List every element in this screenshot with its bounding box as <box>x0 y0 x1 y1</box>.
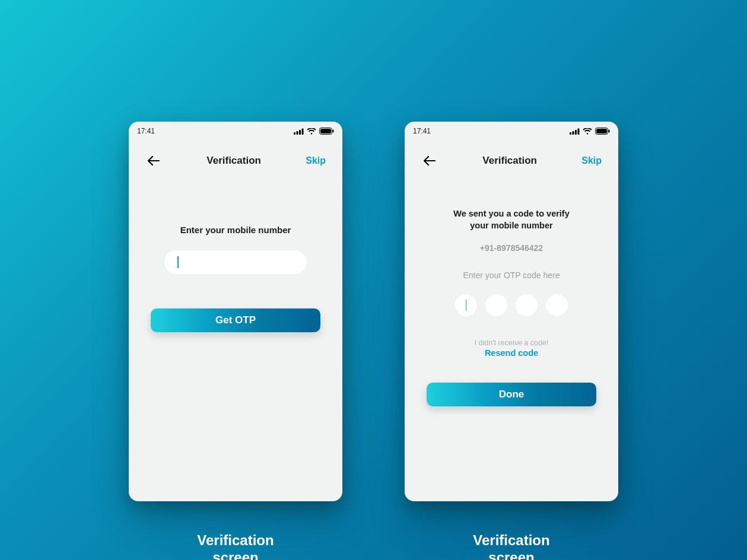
svg-rect-6 <box>333 130 334 133</box>
svg-rect-12 <box>596 129 607 133</box>
app-bar: Verification Skip <box>129 138 342 175</box>
svg-rect-2 <box>299 130 301 135</box>
status-icons <box>294 128 334 135</box>
arrow-left-icon <box>147 156 160 166</box>
otp-prompt: Enter your OTP code here <box>463 271 560 280</box>
page-title: Verification <box>206 155 261 167</box>
otp-digit-4[interactable] <box>546 294 568 316</box>
otp-digit-1[interactable] <box>455 294 477 316</box>
caption-line: Verification <box>473 532 549 549</box>
mobile-number-input[interactable] <box>164 250 307 274</box>
svg-rect-1 <box>297 131 298 135</box>
verification-screen-enter-otp: 17:41 Verification Skip We sent you a co… <box>405 122 618 501</box>
caption-line: Verification <box>197 532 274 549</box>
input-caret <box>177 256 179 268</box>
status-bar: 17:41 <box>129 122 342 138</box>
no-code-text: I didn't receive a code! <box>475 339 549 347</box>
cellular-signal-icon <box>570 128 580 135</box>
svg-rect-9 <box>575 130 577 135</box>
wifi-icon <box>307 128 316 135</box>
back-button[interactable] <box>145 152 162 169</box>
otp-digit-3[interactable] <box>516 294 538 316</box>
svg-rect-7 <box>570 132 571 135</box>
battery-icon <box>319 128 334 135</box>
page-title: Verification <box>482 155 537 167</box>
status-time: 17:41 <box>137 127 155 135</box>
phone-number-display: +91-8978546422 <box>480 243 543 253</box>
svg-rect-8 <box>573 131 574 135</box>
screen-caption: Verification screen <box>197 532 274 560</box>
skip-link[interactable]: Skip <box>581 155 602 166</box>
svg-rect-13 <box>609 130 610 133</box>
screen-caption: Verification screen <box>473 532 549 560</box>
enter-number-prompt: Enter your mobile number <box>180 225 291 235</box>
resend-code-link[interactable]: Resend code <box>485 348 538 358</box>
back-button[interactable] <box>421 152 438 169</box>
done-button[interactable]: Done <box>427 383 596 406</box>
message-line: We sent you a code to verify <box>453 208 570 220</box>
caption-line: screen <box>197 549 274 560</box>
wifi-icon <box>583 128 592 135</box>
mobile-number-input-wrap <box>164 250 307 274</box>
svg-rect-0 <box>294 132 295 135</box>
status-icons <box>570 128 610 135</box>
caption-line: screen <box>473 549 549 560</box>
sent-code-message: We sent you a code to verify your mobile… <box>453 208 570 231</box>
message-line: your mobile number <box>453 220 570 232</box>
cellular-signal-icon <box>294 128 304 135</box>
skip-link[interactable]: Skip <box>306 155 326 166</box>
status-bar: 17:41 <box>405 122 618 138</box>
battery-icon <box>595 128 610 135</box>
verification-screen-enter-number: 17:41 Verification Skip Enter your mobil… <box>129 122 342 501</box>
get-otp-button[interactable]: Get OTP <box>151 308 320 332</box>
app-bar: Verification Skip <box>405 138 618 175</box>
svg-rect-10 <box>578 128 580 135</box>
otp-input-row <box>455 294 568 316</box>
arrow-left-icon <box>423 156 436 166</box>
svg-rect-3 <box>302 128 304 135</box>
svg-rect-5 <box>320 129 331 133</box>
otp-digit-2[interactable] <box>485 294 507 316</box>
status-time: 17:41 <box>413 127 431 135</box>
